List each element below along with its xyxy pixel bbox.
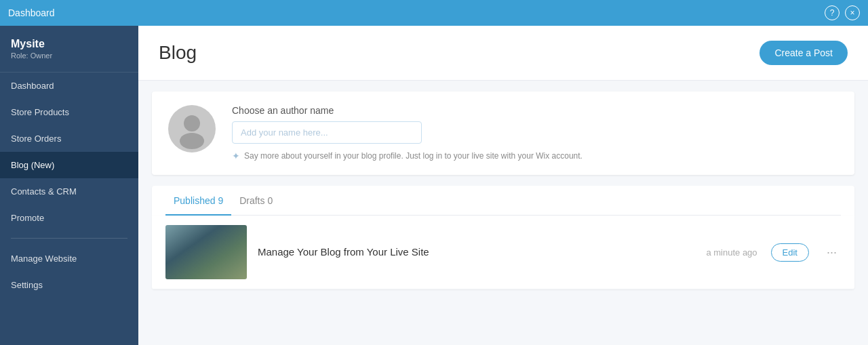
sidebar-item-store-products[interactable]: Store Products [0, 99, 138, 125]
post-meta: a minute ago Edit ··· [706, 243, 841, 262]
sidebar-item-settings[interactable]: Settings [0, 272, 138, 298]
post-title: Manage Your Blog from Your Live Site [258, 246, 429, 258]
tab-drafts[interactable]: Drafts 0 [231, 186, 281, 216]
tabs-container: Published 9 Drafts 0 [152, 186, 854, 216]
posts-list: Manage Your Blog from Your Live Site a m… [152, 216, 854, 289]
author-label: Choose an author name [232, 105, 838, 116]
page-header: Blog Create a Post [138, 26, 868, 81]
post-time: a minute ago [706, 247, 757, 258]
post-thumbnail [165, 225, 247, 279]
nav-divider [11, 238, 127, 239]
close-button[interactable]: × [845, 5, 860, 20]
post-info: Manage Your Blog from Your Live Site [258, 246, 695, 258]
tab-published[interactable]: Published 9 [165, 186, 231, 216]
svg-point-1 [180, 133, 204, 149]
main-content: Blog Create a Post Choose an author name… [138, 26, 868, 345]
tabs: Published 9 Drafts 0 [165, 186, 841, 216]
sidebar-item-manage-website[interactable]: Manage Website [0, 245, 138, 272]
post-more-button[interactable]: ··· [823, 243, 841, 262]
hint-text: Say more about yourself in your blog pro… [244, 151, 583, 161]
help-button[interactable]: ? [825, 5, 840, 20]
page-title: Blog [159, 42, 197, 64]
sidebar-item-contacts-crm[interactable]: Contacts & CRM [0, 178, 138, 205]
title-bar-controls: ? × [825, 5, 860, 20]
sidebar-item-store-orders[interactable]: Store Orders [0, 125, 138, 152]
create-post-button[interactable]: Create a Post [760, 41, 848, 65]
title-bar-title: Dashboard [8, 7, 55, 18]
author-section: Choose an author name ✦ Say more about y… [152, 92, 854, 175]
table-row: Manage Your Blog from Your Live Site a m… [152, 216, 854, 289]
post-edit-button[interactable]: Edit [771, 243, 809, 262]
title-bar: Dashboard ? × [0, 0, 868, 26]
svg-point-0 [184, 115, 200, 131]
site-name: Mysite [11, 38, 127, 50]
sidebar: Mysite Role: Owner Dashboard Store Produ… [0, 26, 138, 345]
sidebar-item-blog-new[interactable]: Blog (New) [0, 152, 138, 178]
author-name-input[interactable] [232, 121, 422, 144]
sidebar-item-dashboard[interactable]: Dashboard [0, 73, 138, 99]
avatar-icon [172, 108, 212, 149]
post-thumbnail-image [165, 225, 247, 279]
author-hint: ✦ Say more about yourself in your blog p… [232, 150, 838, 161]
author-avatar [168, 105, 216, 153]
app-body: Mysite Role: Owner Dashboard Store Produ… [0, 26, 868, 345]
author-form: Choose an author name ✦ Say more about y… [232, 105, 838, 161]
hint-icon: ✦ [232, 150, 240, 161]
sidebar-item-promote[interactable]: Promote [0, 205, 138, 231]
site-role: Role: Owner [11, 52, 127, 60]
site-info: Mysite Role: Owner [0, 26, 138, 73]
